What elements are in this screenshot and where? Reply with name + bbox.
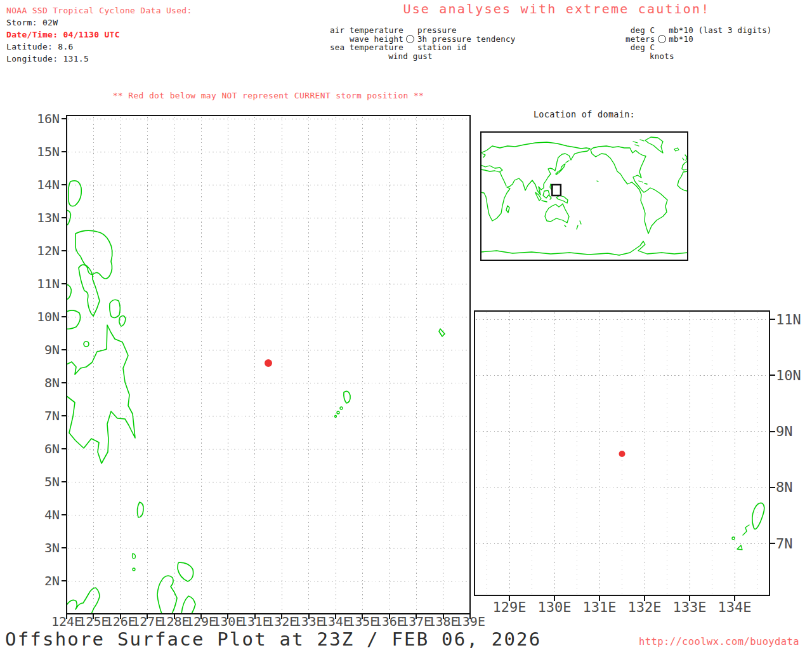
lon-tick-label: 133E — [293, 615, 324, 628]
zoom-map-coastlines — [732, 503, 764, 550]
coastline-palau-babeldaob — [752, 503, 764, 529]
coastline-islet — [133, 568, 135, 571]
lon-tick-label: 132E — [266, 615, 297, 628]
lon-tick-label: 132E — [628, 599, 662, 615]
coastline-halmahera-east — [181, 596, 195, 614]
storm-id-line: Storm: 02W — [6, 17, 192, 29]
lat-tick-label: 4N — [44, 507, 60, 522]
lat-tick-label: 2N — [44, 573, 60, 588]
lat-tick-label: 12N — [37, 243, 60, 258]
legend-wind-gust: wind gust — [388, 52, 433, 61]
coastline-siargao — [119, 315, 126, 326]
unit-knots: knots — [650, 52, 674, 61]
unit-deg-c-sea: deg C — [625, 43, 655, 52]
coastline-camiguin — [84, 342, 89, 347]
zoom-map-graticule — [476, 312, 775, 601]
coastline-palau-islet — [737, 545, 742, 550]
lat-tick-label: 7N — [44, 408, 60, 423]
lat-tick-label: 13N — [37, 210, 60, 225]
lon-tick-label: 131E — [583, 599, 617, 615]
lon-tick-label: 134E — [718, 599, 752, 615]
storm-info-block: NOAA SSD Tropical Cyclone Data Used: Sto… — [6, 4, 192, 65]
lat-tick-label: 8N — [44, 375, 60, 390]
coastline-americas — [591, 146, 667, 234]
legend-station-id: station id — [417, 43, 516, 52]
storm-latitude-line: Latitude: 8.6 — [6, 41, 192, 53]
lat-tick-label: 15N — [37, 144, 60, 159]
station-model-legend: air temperature pressure wave height 3h … — [330, 26, 515, 60]
lon-tick-label: 130E — [538, 599, 572, 615]
coastline-palau — [344, 391, 350, 403]
plot-title: Offshore Surface Plot at 23Z / FEB 06, 2… — [5, 630, 541, 649]
coastline-dinagat — [110, 300, 121, 317]
lon-tick-label: 125E — [78, 615, 108, 628]
world-coastlines — [481, 137, 688, 255]
data-source-line: NOAA SSD Tropical Cyclone Data Used: — [6, 4, 192, 17]
storm-position-dot — [265, 359, 272, 367]
unit-deg-c-air: deg C — [625, 26, 655, 35]
lat-tick-label: 6N — [44, 441, 60, 456]
units-legend: deg C mb*10 (last 3 digits) meters mb*10… — [625, 26, 772, 60]
coastline-iberia-west-africa — [678, 161, 688, 191]
lon-tick-label: 135E — [347, 615, 377, 628]
lat-tick-label: 10N — [37, 309, 60, 324]
storm-position-dot — [619, 451, 625, 457]
coastline-new-guinea — [556, 196, 568, 203]
lon-tick-label: 139E — [455, 615, 485, 628]
legend-pressure: pressure — [417, 26, 516, 35]
coastline-palau-islet — [340, 407, 343, 409]
coastline-arctic-islands — [633, 140, 644, 146]
coastline-palau-koror — [743, 525, 749, 535]
zoom-map — [475, 311, 769, 595]
lon-tick-label: 127E — [132, 615, 162, 628]
lon-tick-label: 128E — [159, 615, 189, 628]
lon-tick-label: 129E — [186, 615, 216, 628]
coastline-edge-fragment — [67, 284, 71, 300]
main-map-coastlines — [67, 181, 445, 614]
zoom-map-lat-axis: 11N10N9N8N7N — [776, 319, 812, 543]
coastline-palau-islet — [337, 411, 339, 414]
unit-pressure-mb: mb*10 (last 3 digits) — [669, 26, 771, 35]
lat-tick-label: 10N — [776, 368, 801, 383]
lon-tick-label: 124E — [51, 615, 82, 628]
coastline-new-zealand — [577, 221, 581, 229]
lon-tick-label: 134E — [320, 615, 351, 628]
lat-tick-label: 3N — [44, 540, 60, 555]
coastline-australia — [545, 204, 569, 227]
lat-tick-label: 5N — [44, 474, 60, 489]
unit-tendency-mb: mb*10 — [669, 35, 771, 44]
coastline-british-isles — [683, 155, 687, 161]
lon-tick-label: 133E — [673, 599, 707, 615]
zoom-map-lon-axis: 129E130E131E132E133E134E — [509, 599, 735, 615]
coastline-hawaii — [597, 181, 598, 182]
coastline-indonesia — [506, 190, 551, 213]
lon-tick-label: 126E — [105, 615, 136, 628]
storm-longitude-line: Longitude: 131.5 — [6, 53, 192, 65]
storm-datetime-line: Date/Time: 04/1130 UTC — [6, 29, 192, 41]
lat-tick-label: 7N — [776, 536, 793, 552]
station-circle-icon — [658, 35, 666, 43]
inset-title: Location of domain: — [481, 109, 688, 119]
caution-headline: Use analyses with extreme caution! — [393, 1, 720, 17]
coastline-palau-islet — [335, 416, 337, 418]
unit-meters: meters — [625, 35, 655, 44]
coastline-iceland — [674, 148, 679, 151]
coastline-palau-islet — [732, 537, 735, 540]
lon-tick-label: 138E — [428, 615, 458, 628]
coastline-bohol — [67, 310, 81, 329]
lon-tick-label: 129E — [493, 599, 527, 615]
legend-air-temperature: air temperature — [330, 26, 403, 35]
domain-location-box — [552, 185, 561, 196]
source-url-link[interactable]: http://coolwx.com/buoydata — [639, 636, 799, 647]
coastline-antarctica — [481, 241, 688, 255]
lat-tick-label: 8N — [776, 479, 793, 495]
coastline-islet — [133, 554, 136, 559]
lat-tick-label: 16N — [37, 111, 60, 126]
lon-tick-label: 137E — [401, 615, 431, 628]
lat-tick-label: 11N — [776, 312, 801, 328]
main-map — [67, 116, 470, 614]
coastline-japan — [556, 161, 569, 175]
coastline-yap — [439, 329, 445, 336]
lat-tick-label: 11N — [37, 276, 60, 291]
coastline-europe-mediterranean — [481, 154, 506, 186]
